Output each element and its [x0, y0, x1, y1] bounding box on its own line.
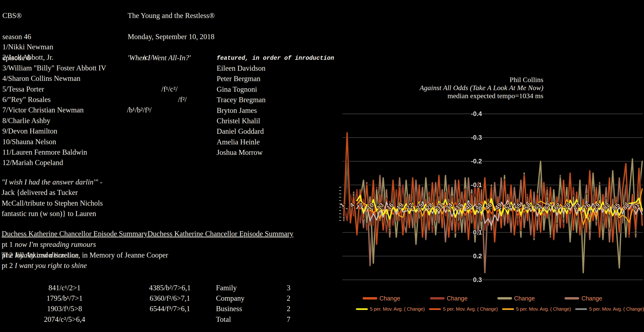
featured-heading: featured, in order of inroduction — [217, 54, 334, 63]
legend-item: Change — [430, 293, 468, 304]
featured-section: featured, in order of inroduction Eileen… — [217, 54, 334, 158]
legend-swatch-icon — [429, 308, 441, 310]
featured-actor-name: Eileen Davidson — [217, 63, 334, 73]
featured-actor-name: Bryton James — [217, 105, 334, 116]
quote-attribution: Jack {delivered as Tucker — [2, 187, 103, 198]
stat-category: Family — [216, 283, 237, 293]
y-axis-tick-label: 0 — [478, 205, 482, 212]
legend-change-row: ChangeChangeChangeChange — [362, 295, 602, 302]
legend-label: Change — [380, 293, 400, 304]
legend-item: 5 per. Mov. Avg. ( Change) — [429, 304, 498, 314]
cast-row: 1/Nikki Newman — [2, 42, 264, 52]
summary-part-line: pt 1 now I'm spreading rumours — [2, 239, 293, 250]
axis-tick-artifact — [339, 210, 341, 211]
stats-table: 841/c¹/2>14385/b²/7>6,1Family31795/b¹/7>… — [0, 283, 308, 325]
axis-tick-artifact — [339, 200, 341, 201]
voice-annotation: /f²/ — [178, 94, 187, 105]
stat-category: Company — [216, 293, 245, 304]
legend-label: Change — [447, 293, 468, 304]
summary-parts: pt 1 now I'm spreading rumourspt 2 loyal… — [2, 239, 293, 250]
cast-member-name: 3/William "Billy" Foster Abbott IV — [2, 64, 106, 72]
network-name: CBS® — [2, 10, 31, 21]
cast-member-name: 4/Sharon Collins Newman — [2, 74, 80, 82]
axis-tick-artifact — [339, 194, 341, 194]
axis-tick-artifact — [339, 217, 341, 217]
cast-row: 12/Mariah Copeland — [2, 157, 264, 168]
part-title: I want you right to shine — [15, 261, 87, 270]
tempo-chart: 1471013161922252831343740434649525558616… — [342, 103, 643, 288]
featured-actor-name: Tracey Bregman — [217, 95, 334, 105]
legend-label: 5 per. Mov. Avg. ( Change) — [443, 304, 498, 314]
stat-category: Business — [216, 304, 242, 314]
legend-swatch-icon — [356, 308, 368, 310]
cast-member-name: 5/Tessa Porter — [2, 85, 44, 93]
show-title: The Young and the Restless® — [128, 10, 215, 21]
chart-artist: Phil Collins — [420, 76, 544, 84]
cast-member-name: 6/"Rey" Rosales — [2, 95, 51, 104]
stat-key-right: 4385/b²/7>6,1 — [134, 283, 206, 293]
timeline-note: The Jill Atkinson timeline, in Memory of… — [2, 250, 293, 261]
legend-item: Change — [497, 293, 535, 304]
chart-song-title: Against All Odds (Take A Look At Me Now) — [420, 84, 544, 92]
cast-member-name: 8/Charlie Ashby — [2, 116, 50, 125]
legend-swatch-icon — [362, 297, 377, 300]
cast-member-name: 7/Victor Christian Newman — [2, 106, 84, 114]
stat-count: 3 — [282, 283, 296, 293]
stats-row: 2074/c²/5>6,4Total7 — [0, 314, 308, 325]
legend-item: 5 per. Mov. Avg. ( Change) — [356, 304, 425, 314]
quote-line: "I wish I had the answer darlin'" - — [2, 177, 103, 187]
y-axis-tick-label: -0.3 — [471, 134, 482, 141]
legend-swatch-icon — [564, 297, 579, 300]
y-axis-tick-label: 0.1 — [473, 229, 482, 236]
stats-row: 1903/f¹/5>86544/f³/7>6,1Business2 — [0, 304, 308, 314]
stat-key-left: 1795/b¹/7>1 — [11, 293, 118, 304]
legend-moving-average-row: 5 per. Mov. Avg. ( Change)5 per. Mov. Av… — [356, 306, 644, 312]
cast-member-name: 11/Lauren Fenmore Baldwin — [2, 148, 87, 156]
featured-names: Eileen DavidsonPeter BergmanGina Tognoni… — [217, 63, 334, 158]
stat-key-left: 2074/c²/5>6,4 — [11, 314, 118, 325]
quote-attribution: McCall/tribute to Stephen Nichols — [2, 198, 103, 208]
stat-count: 2 — [282, 293, 296, 304]
legend-item: Change — [564, 293, 602, 304]
quote-attribution: fantastic run (w son)} to Lauren — [2, 208, 103, 219]
cast-member-name: 10/Shauna Nelson — [2, 138, 56, 146]
part-number: pt 2 — [2, 261, 15, 270]
stat-key-left: 1903/f¹/5>8 — [11, 304, 118, 314]
stat-count: 7 — [282, 314, 296, 325]
legend-swatch-icon — [497, 297, 512, 300]
legend-item: 5 per. Mov. Avg. ( Change) — [502, 304, 571, 314]
legend-label: 5 per. Mov. Avg. ( Change) — [589, 304, 644, 314]
legend-item: Change — [362, 293, 400, 304]
y-axis-tick-label: 0.3 — [473, 276, 482, 283]
cast-member-name: 2/Jack Abbott, Jr. — [2, 53, 54, 61]
voice-annotation: /b¹/b²/f³/ — [127, 105, 152, 115]
stat-category: Total — [216, 314, 231, 325]
axis-tick-artifact — [339, 190, 341, 191]
legend-item: 5 per. Mov. Avg. ( Change) — [575, 304, 644, 314]
legend-swatch-icon — [502, 308, 514, 310]
page: CBS® season 46 episode 6 The Young and t… — [0, 0, 644, 332]
stats-row: 841/c¹/2>14385/b²/7>6,1Family3 — [0, 283, 308, 293]
stat-key-left: 841/c¹/2>1 — [11, 283, 118, 293]
legend-label: Change — [514, 293, 535, 304]
stat-key-right: 6360/f²/6>7,1 — [134, 293, 206, 304]
summary-heading-link[interactable]: Duchess Katherine Chancellor Episode Sum… — [2, 229, 293, 239]
y-axis-tick-label: -0.4 — [471, 110, 482, 117]
legend-swatch-icon — [430, 297, 445, 300]
featured-actor-name: Peter Bergman — [217, 73, 334, 84]
voice-annotation: /c¹/ — [143, 52, 152, 63]
cast-member-name: 12/Mariah Copeland — [2, 158, 63, 167]
voice-annotation: /f¹/c²/ — [161, 84, 178, 94]
cast-member-name: 9/Devon Hamilton — [2, 127, 58, 135]
stats-row: 1795/b¹/7>16360/f²/6>7,1Company2 — [0, 293, 308, 304]
summary-part-line: pt 2 I want you right to shine — [2, 260, 293, 271]
stat-key-right: 6544/f³/7>6,1 — [134, 304, 206, 314]
line-chart-svg: 1471013161922252831343740434649525558616… — [342, 103, 643, 288]
y-axis-tick-label: 0.2 — [473, 253, 482, 260]
featured-actor-name: Daniel Goddard — [217, 126, 334, 137]
chart-tempo-note: median expected tempo=1034 ms — [420, 92, 544, 100]
axis-tick-artifact — [339, 207, 341, 208]
axis-tick-artifact — [339, 187, 341, 188]
stat-count: 2 — [282, 304, 296, 314]
air-date: Monday, September 10, 2018 — [128, 31, 215, 42]
